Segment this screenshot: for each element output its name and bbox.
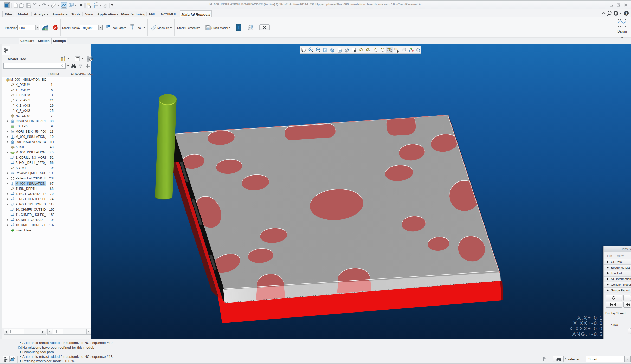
- svg-text:x: x: [391, 49, 392, 50]
- svg-text:z: z: [11, 148, 11, 149]
- svg-text:i: i: [238, 25, 240, 30]
- svg-text:x: x: [14, 146, 15, 148]
- svg-text:z: z: [387, 50, 388, 51]
- svg-text:?: ?: [625, 11, 627, 15]
- svg-text:y: y: [387, 48, 388, 49]
- svg-text:z: z: [11, 116, 11, 118]
- svg-text:x: x: [14, 115, 15, 117]
